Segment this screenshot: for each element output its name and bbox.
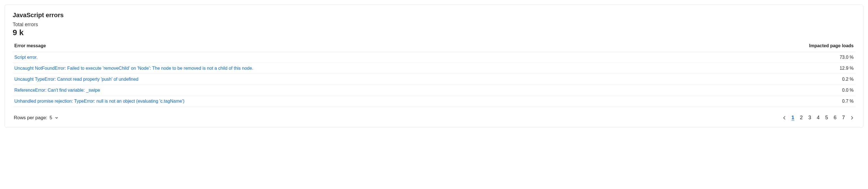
impacted-value: 73.0 % bbox=[716, 52, 855, 63]
error-message-link[interactable]: Uncaught TypeError: Cannot read property… bbox=[14, 77, 138, 82]
total-errors-value: 9 k bbox=[13, 28, 855, 37]
panel-title: JavaScript errors bbox=[13, 11, 855, 19]
js-errors-panel: JavaScript errors Total errors 9 k Error… bbox=[4, 4, 864, 128]
errors-table: Error message Impacted page loads Script… bbox=[13, 41, 855, 107]
impacted-value: 12.9 % bbox=[716, 63, 855, 74]
rows-per-page-label: Rows per page: bbox=[14, 115, 47, 121]
error-message-link[interactable]: Unhandled promise rejection: TypeError: … bbox=[14, 99, 184, 103]
table-row: Uncaught TypeError: Cannot read property… bbox=[13, 74, 855, 85]
table-footer: Rows per page: 5 1 2 3 4 5 6 7 bbox=[13, 115, 855, 121]
page-number-6[interactable]: 6 bbox=[833, 115, 837, 121]
col-header-message[interactable]: Error message bbox=[13, 41, 716, 52]
rows-per-page-select[interactable]: Rows per page: 5 bbox=[14, 115, 59, 121]
page-number-4[interactable]: 4 bbox=[816, 115, 820, 121]
col-header-impacted[interactable]: Impacted page loads bbox=[716, 41, 855, 52]
error-message-link[interactable]: Uncaught NotFoundError: Failed to execut… bbox=[14, 66, 253, 71]
page-number-7[interactable]: 7 bbox=[841, 115, 846, 121]
total-errors-label: Total errors bbox=[13, 22, 855, 28]
impacted-value: 0.0 % bbox=[716, 85, 855, 96]
table-row: Uncaught NotFoundError: Failed to execut… bbox=[13, 63, 855, 74]
table-row: Script error. 73.0 % bbox=[13, 52, 855, 63]
error-message-link[interactable]: ReferenceError: Can't find variable: _sw… bbox=[14, 88, 100, 93]
impacted-value: 0.2 % bbox=[716, 74, 855, 85]
rows-per-page-value: 5 bbox=[50, 115, 52, 121]
page-number-1[interactable]: 1 bbox=[790, 115, 795, 121]
table-row: ReferenceError: Can't find variable: _sw… bbox=[13, 85, 855, 96]
page-number-5[interactable]: 5 bbox=[825, 115, 829, 121]
next-page-button[interactable] bbox=[850, 116, 854, 120]
page-number-2[interactable]: 2 bbox=[799, 115, 804, 121]
chevron-down-icon bbox=[55, 116, 59, 120]
table-row: Unhandled promise rejection: TypeError: … bbox=[13, 96, 855, 107]
page-number-3[interactable]: 3 bbox=[807, 115, 812, 121]
prev-page-button[interactable] bbox=[782, 116, 787, 120]
pagination: 1 2 3 4 5 6 7 bbox=[782, 115, 854, 121]
error-message-link[interactable]: Script error. bbox=[14, 55, 38, 60]
impacted-value: 0.7 % bbox=[716, 96, 855, 107]
